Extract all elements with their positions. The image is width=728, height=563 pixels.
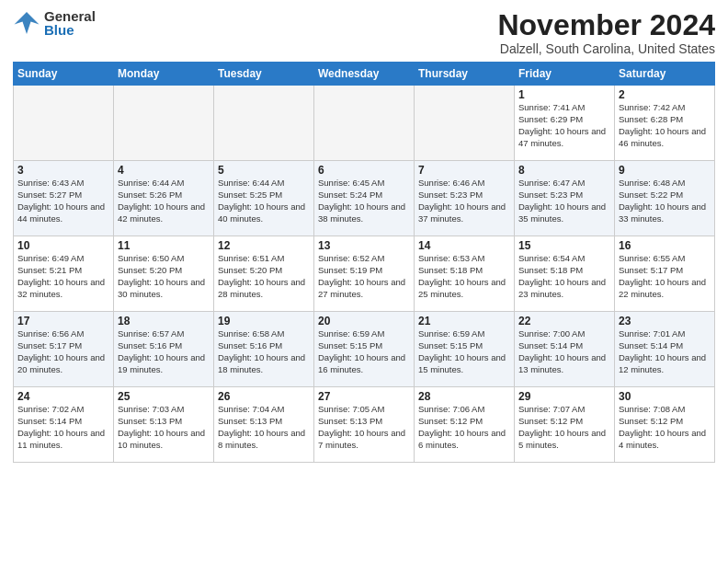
calendar-cell-empty bbox=[14, 86, 114, 161]
calendar-cell-day: 29Sunrise: 7:07 AMSunset: 5:12 PMDayligh… bbox=[515, 387, 615, 463]
day-number: 17 bbox=[17, 315, 109, 327]
calendar-cell-day: 8Sunrise: 6:47 AMSunset: 5:23 PMDaylight… bbox=[515, 161, 615, 236]
day-number: 26 bbox=[218, 390, 310, 403]
calendar-week-row: 3Sunrise: 6:43 AMSunset: 5:27 PMDaylight… bbox=[14, 161, 715, 236]
day-info: Sunrise: 6:44 AMSunset: 5:26 PMDaylight:… bbox=[118, 178, 210, 224]
logo-general: General bbox=[44, 9, 96, 23]
day-info: Sunrise: 7:41 AMSunset: 6:29 PMDaylight:… bbox=[518, 102, 610, 149]
calendar-cell-day: 11Sunrise: 6:50 AMSunset: 5:20 PMDayligh… bbox=[114, 236, 214, 312]
day-number: 13 bbox=[318, 239, 410, 252]
day-number: 9 bbox=[619, 164, 711, 177]
calendar-header-row: SundayMondayTuesdayWednesdayThursdayFrid… bbox=[14, 63, 715, 86]
page: General Blue November 2024 Dalzell, Sout… bbox=[0, 0, 728, 563]
calendar-cell-day: 13Sunrise: 6:52 AMSunset: 5:19 PMDayligh… bbox=[314, 236, 415, 312]
day-number: 1 bbox=[518, 88, 610, 101]
logo: General Blue bbox=[13, 9, 96, 37]
day-info: Sunrise: 6:45 AMSunset: 5:24 PMDaylight:… bbox=[318, 178, 410, 224]
calendar-header-monday: Monday bbox=[114, 63, 214, 86]
calendar-cell-day: 19Sunrise: 6:58 AMSunset: 5:16 PMDayligh… bbox=[214, 312, 314, 387]
calendar-cell-day: 24Sunrise: 7:02 AMSunset: 5:14 PMDayligh… bbox=[14, 387, 114, 463]
day-number: 21 bbox=[418, 315, 510, 327]
month-title: November 2024 bbox=[497, 9, 715, 41]
calendar-cell-day: 2Sunrise: 7:42 AMSunset: 6:28 PMDaylight… bbox=[615, 86, 715, 161]
day-info: Sunrise: 6:51 AMSunset: 5:20 PMDaylight:… bbox=[218, 253, 310, 300]
svg-marker-0 bbox=[15, 12, 40, 34]
calendar-cell-day: 9Sunrise: 6:48 AMSunset: 5:22 PMDaylight… bbox=[615, 161, 715, 236]
day-number: 29 bbox=[518, 390, 610, 403]
day-info: Sunrise: 6:58 AMSunset: 5:16 PMDaylight:… bbox=[218, 328, 310, 375]
day-number: 3 bbox=[17, 164, 109, 177]
day-info: Sunrise: 6:54 AMSunset: 5:18 PMDaylight:… bbox=[518, 253, 610, 300]
calendar-week-row: 24Sunrise: 7:02 AMSunset: 5:14 PMDayligh… bbox=[14, 387, 715, 463]
day-info: Sunrise: 6:57 AMSunset: 5:16 PMDaylight:… bbox=[118, 328, 210, 375]
day-info: Sunrise: 7:02 AMSunset: 5:14 PMDaylight:… bbox=[17, 404, 109, 451]
logo-bird-icon bbox=[13, 9, 40, 37]
day-number: 2 bbox=[619, 88, 711, 101]
calendar-cell-day: 12Sunrise: 6:51 AMSunset: 5:20 PMDayligh… bbox=[214, 236, 314, 312]
calendar-week-row: 17Sunrise: 6:56 AMSunset: 5:17 PMDayligh… bbox=[14, 312, 715, 387]
day-info: Sunrise: 6:46 AMSunset: 5:23 PMDaylight:… bbox=[418, 178, 510, 224]
location: Dalzell, South Carolina, United States bbox=[497, 41, 715, 56]
calendar-cell-day: 22Sunrise: 7:00 AMSunset: 5:14 PMDayligh… bbox=[515, 312, 615, 387]
day-info: Sunrise: 7:00 AMSunset: 5:14 PMDaylight:… bbox=[518, 328, 610, 375]
calendar-cell-day: 27Sunrise: 7:05 AMSunset: 5:13 PMDayligh… bbox=[314, 387, 415, 463]
calendar-cell-day: 15Sunrise: 6:54 AMSunset: 5:18 PMDayligh… bbox=[515, 236, 615, 312]
day-info: Sunrise: 7:05 AMSunset: 5:13 PMDaylight:… bbox=[318, 404, 410, 451]
day-info: Sunrise: 6:43 AMSunset: 5:27 PMDaylight:… bbox=[17, 178, 109, 224]
calendar-header-saturday: Saturday bbox=[615, 63, 715, 86]
calendar-cell-day: 30Sunrise: 7:08 AMSunset: 5:12 PMDayligh… bbox=[615, 387, 715, 463]
day-info: Sunrise: 6:49 AMSunset: 5:21 PMDaylight:… bbox=[17, 253, 109, 300]
day-info: Sunrise: 6:50 AMSunset: 5:20 PMDaylight:… bbox=[118, 253, 210, 300]
day-info: Sunrise: 6:55 AMSunset: 5:17 PMDaylight:… bbox=[619, 253, 711, 300]
calendar-cell-day: 5Sunrise: 6:44 AMSunset: 5:25 PMDaylight… bbox=[214, 161, 314, 236]
day-number: 25 bbox=[118, 390, 210, 403]
day-info: Sunrise: 6:59 AMSunset: 5:15 PMDaylight:… bbox=[418, 328, 510, 375]
calendar-cell-day: 3Sunrise: 6:43 AMSunset: 5:27 PMDaylight… bbox=[14, 161, 114, 236]
calendar-cell-day: 20Sunrise: 6:59 AMSunset: 5:15 PMDayligh… bbox=[314, 312, 415, 387]
calendar-cell-empty bbox=[314, 86, 415, 161]
day-number: 30 bbox=[619, 390, 711, 403]
day-number: 16 bbox=[619, 239, 711, 252]
day-number: 10 bbox=[17, 239, 109, 252]
day-info: Sunrise: 7:07 AMSunset: 5:12 PMDaylight:… bbox=[518, 404, 610, 451]
calendar-cell-day: 18Sunrise: 6:57 AMSunset: 5:16 PMDayligh… bbox=[114, 312, 214, 387]
day-info: Sunrise: 6:48 AMSunset: 5:22 PMDaylight:… bbox=[619, 178, 711, 224]
day-number: 15 bbox=[518, 239, 610, 252]
day-number: 28 bbox=[418, 390, 510, 403]
calendar-header-wednesday: Wednesday bbox=[314, 63, 415, 86]
day-number: 5 bbox=[218, 164, 310, 177]
day-number: 6 bbox=[318, 164, 410, 177]
calendar-cell-day: 26Sunrise: 7:04 AMSunset: 5:13 PMDayligh… bbox=[214, 387, 314, 463]
day-info: Sunrise: 6:56 AMSunset: 5:17 PMDaylight:… bbox=[17, 328, 109, 375]
day-info: Sunrise: 7:01 AMSunset: 5:14 PMDaylight:… bbox=[619, 328, 711, 375]
logo-blue: Blue bbox=[44, 23, 96, 37]
day-number: 19 bbox=[218, 315, 310, 327]
calendar-cell-day: 6Sunrise: 6:45 AMSunset: 5:24 PMDaylight… bbox=[314, 161, 415, 236]
calendar-week-row: 1Sunrise: 7:41 AMSunset: 6:29 PMDaylight… bbox=[14, 86, 715, 161]
day-number: 7 bbox=[418, 164, 510, 177]
calendar-cell-day: 28Sunrise: 7:06 AMSunset: 5:12 PMDayligh… bbox=[415, 387, 515, 463]
day-info: Sunrise: 6:53 AMSunset: 5:18 PMDaylight:… bbox=[418, 253, 510, 300]
day-number: 18 bbox=[118, 315, 210, 327]
title-block: November 2024 Dalzell, South Carolina, U… bbox=[497, 9, 715, 56]
day-number: 8 bbox=[518, 164, 610, 177]
day-info: Sunrise: 7:42 AMSunset: 6:28 PMDaylight:… bbox=[619, 102, 711, 149]
calendar-week-row: 10Sunrise: 6:49 AMSunset: 5:21 PMDayligh… bbox=[14, 236, 715, 312]
day-info: Sunrise: 7:06 AMSunset: 5:12 PMDaylight:… bbox=[418, 404, 510, 451]
calendar-cell-day: 4Sunrise: 6:44 AMSunset: 5:26 PMDaylight… bbox=[114, 161, 214, 236]
day-info: Sunrise: 6:59 AMSunset: 5:15 PMDaylight:… bbox=[318, 328, 410, 375]
day-info: Sunrise: 7:08 AMSunset: 5:12 PMDaylight:… bbox=[619, 404, 711, 451]
calendar-header-sunday: Sunday bbox=[14, 63, 114, 86]
calendar-cell-day: 7Sunrise: 6:46 AMSunset: 5:23 PMDaylight… bbox=[415, 161, 515, 236]
day-number: 20 bbox=[318, 315, 410, 327]
header: General Blue November 2024 Dalzell, Sout… bbox=[13, 9, 715, 56]
day-number: 11 bbox=[118, 239, 210, 252]
calendar-cell-day: 25Sunrise: 7:03 AMSunset: 5:13 PMDayligh… bbox=[114, 387, 214, 463]
day-number: 4 bbox=[118, 164, 210, 177]
day-number: 12 bbox=[218, 239, 310, 252]
day-number: 22 bbox=[518, 315, 610, 327]
calendar-table: SundayMondayTuesdayWednesdayThursdayFrid… bbox=[13, 62, 715, 463]
calendar-header-friday: Friday bbox=[515, 63, 615, 86]
calendar-cell-empty bbox=[214, 86, 314, 161]
calendar-cell-day: 1Sunrise: 7:41 AMSunset: 6:29 PMDaylight… bbox=[515, 86, 615, 161]
